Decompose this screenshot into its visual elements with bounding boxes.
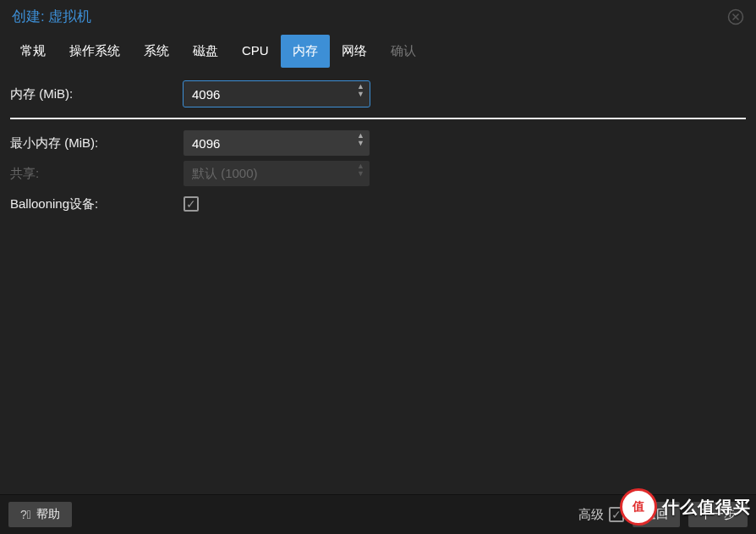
shares-field: 默认 (1000) ▲ ▼ — [184, 161, 370, 186]
spinner-arrows[interactable]: ▲ ▼ — [357, 86, 364, 102]
tab-strip: 常规 操作系统 系统 磁盘 CPU 内存 网络 确认 — [0, 30, 756, 69]
shares-value: 默认 (1000) — [192, 166, 258, 182]
memory-label: 内存 (MiB): — [10, 86, 184, 102]
help-button[interactable]: ?⃝ 帮助 — [8, 502, 72, 527]
back-button-label: 返回 — [644, 507, 668, 522]
shares-row: 共享: 默认 (1000) ▲ ▼ — [10, 158, 746, 189]
shares-label: 共享: — [10, 166, 184, 182]
help-button-label: 帮助 — [36, 507, 60, 522]
chevron-down-icon[interactable]: ▼ — [357, 94, 364, 102]
min-memory-field[interactable]: ▲ ▼ — [184, 130, 370, 156]
next-button[interactable]: 下一步 — [688, 502, 748, 527]
help-icon: ?⃝ — [20, 508, 31, 521]
tab-network[interactable]: 网络 — [330, 35, 379, 68]
memory-panel: 内存 (MiB): ▲ ▼ 最小内存 (MiB): ▲ ▼ 共享: — [0, 69, 756, 494]
min-memory-label: 最小内存 (MiB): — [10, 135, 184, 151]
tab-memory[interactable]: 内存 — [281, 35, 330, 68]
tab-general[interactable]: 常规 — [8, 35, 58, 68]
chevron-down-icon[interactable]: ▼ — [357, 143, 364, 151]
dialog-footer: ?⃝ 帮助 高级 返回 下一步 — [0, 494, 756, 534]
balloon-checkbox[interactable] — [184, 196, 199, 212]
memory-field[interactable]: ▲ ▼ — [184, 81, 370, 107]
dialog-title: 创建: 虚拟机 — [12, 7, 91, 26]
tab-os[interactable]: 操作系统 — [58, 35, 132, 68]
tab-disk[interactable]: 磁盘 — [181, 35, 230, 68]
spinner-arrows[interactable]: ▲ ▼ — [357, 135, 364, 151]
footer-right: 高级 返回 下一步 — [578, 502, 748, 527]
advanced-label: 高级 — [578, 507, 604, 523]
min-memory-input[interactable] — [192, 136, 348, 151]
memory-row: 内存 (MiB): ▲ ▼ — [10, 79, 746, 109]
separator — [10, 118, 746, 119]
advanced-toggle[interactable]: 高级 — [578, 507, 624, 523]
next-button-label: 下一步 — [700, 507, 736, 522]
tab-cpu[interactable]: CPU — [230, 35, 281, 68]
spinner-arrows: ▲ ▼ — [357, 166, 364, 181]
memory-input[interactable] — [192, 87, 348, 102]
dialog-header: 创建: 虚拟机 — [0, 0, 756, 30]
chevron-down-icon: ▼ — [357, 173, 364, 181]
tab-system[interactable]: 系统 — [132, 35, 181, 68]
create-vm-dialog: 创建: 虚拟机 常规 操作系统 系统 磁盘 CPU 内存 网络 确认 内存 (M… — [0, 0, 756, 534]
advanced-checkbox[interactable] — [609, 507, 624, 522]
tab-confirm: 确认 — [379, 35, 428, 68]
close-icon[interactable] — [727, 8, 744, 25]
balloon-label: Ballooning设备: — [10, 196, 184, 212]
back-button[interactable]: 返回 — [633, 502, 680, 527]
balloon-row: Ballooning设备: — [10, 189, 746, 219]
min-memory-row: 最小内存 (MiB): ▲ ▼ — [10, 128, 746, 158]
